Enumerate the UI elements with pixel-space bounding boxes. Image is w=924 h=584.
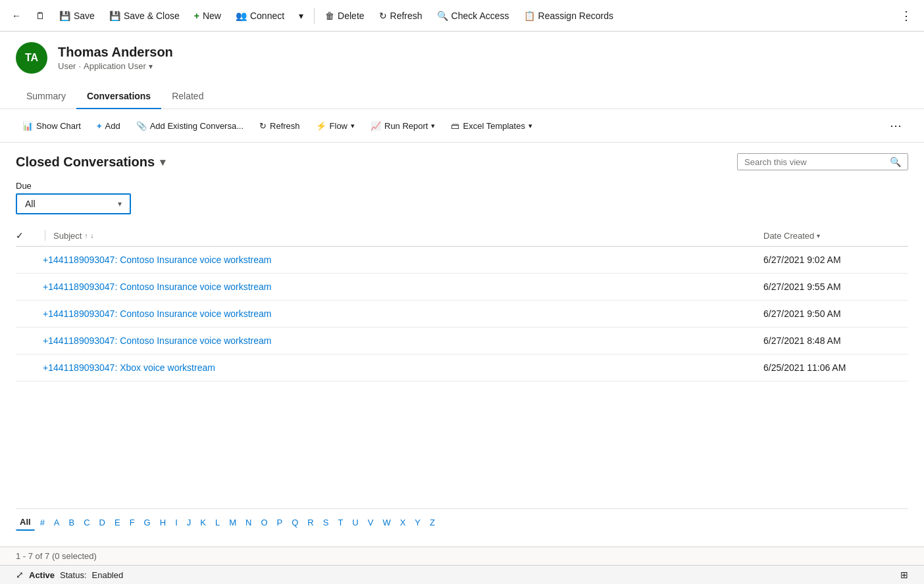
sub-more-button[interactable]: ⋯ (883, 114, 908, 137)
alpha-nav-item-z[interactable]: Z (426, 515, 439, 530)
more-button[interactable]: ⋮ (894, 5, 919, 27)
table-row[interactable]: +1441189093047: Xbox voice workstream 6/… (16, 354, 908, 381)
check-access-button[interactable]: 🔍 Check Access (430, 7, 516, 25)
back-button[interactable]: ← (5, 7, 28, 25)
reassign-icon: 📋 (524, 11, 535, 21)
alpha-nav-item-q[interactable]: Q (288, 515, 302, 530)
flow-button[interactable]: ⚡ Flow ▾ (309, 117, 361, 135)
date-sort-chevron-icon[interactable]: ▾ (817, 232, 820, 239)
alpha-nav-item-a[interactable]: A (50, 515, 64, 530)
alpha-nav-item-v[interactable]: V (364, 515, 378, 530)
table-row[interactable]: +1441189093047: Contoso Insurance voice … (16, 247, 908, 274)
show-chart-button[interactable]: 📊 Show Chart (16, 117, 88, 135)
table-row[interactable]: +1441189093047: Contoso Insurance voice … (16, 274, 908, 301)
view-header: Closed Conversations ▾ 🔍 (16, 153, 908, 170)
row-subject-link[interactable]: +1441189093047: Contoso Insurance voice … (43, 308, 763, 319)
alpha-nav-item-d[interactable]: D (95, 515, 109, 530)
connect-icon: 👥 (236, 11, 247, 21)
tab-summary[interactable]: Summary (16, 84, 76, 109)
alpha-nav-item-u[interactable]: U (348, 515, 362, 530)
alpha-nav-item-x[interactable]: X (396, 515, 410, 530)
save-button[interactable]: 💾 Save (53, 7, 101, 25)
add-button[interactable]: + Add (90, 117, 127, 135)
save-close-icon: 💾 (109, 11, 120, 21)
user-name: Thomas Anderson (58, 45, 173, 60)
col-separator (45, 230, 45, 241)
flow-icon: ⚡ (316, 121, 326, 131)
table-row[interactable]: +1441189093047: Contoso Insurance voice … (16, 328, 908, 354)
refresh-button[interactable]: ↻ Refresh (372, 7, 429, 25)
row-subject-link[interactable]: +1441189093047: Contoso Insurance voice … (43, 335, 763, 346)
view-title: Closed Conversations ▾ (16, 155, 165, 170)
add-icon: + (97, 121, 102, 131)
view-area: Closed Conversations ▾ 🔍 Due All ▾ ✓ (0, 143, 924, 547)
reassign-button[interactable]: 📋 Reassign Records (517, 7, 620, 25)
select-all-check[interactable]: ✓ (16, 230, 37, 241)
expand-icon[interactable]: ⤢ (16, 570, 24, 580)
chevron-down-icon: ▾ (299, 11, 303, 21)
sub-toolbar: 📊 Show Chart + Add 📎 Add Existing Conver… (0, 109, 924, 143)
sub-refresh-icon: ↻ (259, 121, 267, 131)
search-input[interactable] (744, 157, 886, 167)
alpha-nav-item-e[interactable]: E (111, 515, 124, 530)
alpha-nav-item-i[interactable]: I (171, 515, 182, 530)
toolbar-chevron-button[interactable]: ▾ (292, 7, 310, 25)
alpha-nav-item-p[interactable]: P (273, 515, 287, 530)
alpha-nav-item-all[interactable]: All (16, 514, 35, 531)
row-subject-link[interactable]: +1441189093047: Contoso Insurance voice … (43, 255, 763, 265)
search-box: 🔍 (737, 153, 908, 170)
alpha-nav-item-o[interactable]: O (257, 515, 271, 530)
checkmark-icon: ✓ (16, 230, 24, 241)
filter-area: Due All ▾ (16, 181, 908, 214)
tab-related[interactable]: Related (161, 84, 214, 109)
alpha-nav-item-m[interactable]: M (225, 515, 240, 530)
main-toolbar: ← 🗒 💾 Save 💾 Save & Close + New 👥 Connec… (0, 0, 924, 32)
alpha-nav-item-f[interactable]: F (126, 515, 139, 530)
excel-button[interactable]: 🗃 Excel Templates ▾ (444, 117, 538, 135)
alpha-nav-item-t[interactable]: T (334, 515, 347, 530)
alpha-nav-item-g[interactable]: G (140, 515, 155, 530)
alpha-nav-item-#[interactable]: # (36, 515, 49, 530)
record-count-bar: 1 - 7 of 7 (0 selected) (0, 547, 924, 565)
table-header: ✓ Subject ↑ ↓ Date Created ▾ (16, 225, 908, 247)
alpha-nav-item-s[interactable]: S (319, 515, 333, 530)
toolbar-separator (314, 8, 315, 24)
filter-select[interactable]: All ▾ (16, 193, 131, 214)
alpha-nav-item-r[interactable]: R (303, 515, 317, 530)
row-subject-link[interactable]: +1441189093047: Xbox voice workstream (43, 362, 763, 373)
alpha-nav-item-b[interactable]: B (65, 515, 79, 530)
check-access-icon: 🔍 (437, 11, 448, 21)
save-close-button[interactable]: 💾 Save & Close (103, 7, 186, 25)
alpha-nav-item-w[interactable]: W (378, 515, 394, 530)
user-type-chevron[interactable]: ▾ (149, 62, 153, 71)
table-row[interactable]: +1441189093047: Contoso Insurance voice … (16, 301, 908, 328)
delete-button[interactable]: 🗑 Delete (319, 7, 371, 25)
new-button[interactable]: + New (188, 7, 228, 25)
filter-chevron-icon: ▾ (118, 199, 122, 208)
search-icon[interactable]: 🔍 (890, 157, 901, 167)
row-subject-link[interactable]: +1441189093047: Contoso Insurance voice … (43, 281, 763, 292)
alpha-nav-item-c[interactable]: C (80, 515, 93, 530)
alpha-nav-item-y[interactable]: Y (411, 515, 424, 530)
view-title-chevron-icon[interactable]: ▾ (160, 156, 165, 168)
sort-desc-icon[interactable]: ↓ (90, 232, 93, 239)
user-header: TA Thomas Anderson User · Application Us… (0, 32, 924, 84)
tab-conversations[interactable]: Conversations (76, 84, 161, 109)
alpha-nav-item-k[interactable]: K (196, 515, 210, 530)
alpha-nav-item-j[interactable]: J (183, 515, 195, 530)
bottom-bar: ⤢ Active Status: Enabled ⊞ (0, 565, 924, 584)
alpha-nav-item-n[interactable]: N (242, 515, 255, 530)
tab-bar: Summary Conversations Related (0, 84, 924, 109)
sort-asc-icon[interactable]: ↑ (84, 232, 88, 239)
alpha-nav-item-l[interactable]: L (211, 515, 224, 530)
run-report-button[interactable]: 📈 Run Report ▾ (364, 117, 442, 135)
status-value: Enabled (92, 570, 124, 580)
more-icon: ⋮ (900, 9, 912, 23)
add-existing-button[interactable]: 📎 Add Existing Conversa... (130, 117, 250, 135)
doc-icon-button[interactable]: 🗒 (29, 7, 51, 25)
avatar: TA (16, 42, 47, 74)
bottom-expand-icon[interactable]: ⊞ (900, 570, 908, 580)
sub-refresh-button[interactable]: ↻ Refresh (253, 117, 307, 135)
alpha-nav-item-h[interactable]: H (156, 515, 170, 530)
connect-button[interactable]: 👥 Connect (229, 7, 291, 25)
